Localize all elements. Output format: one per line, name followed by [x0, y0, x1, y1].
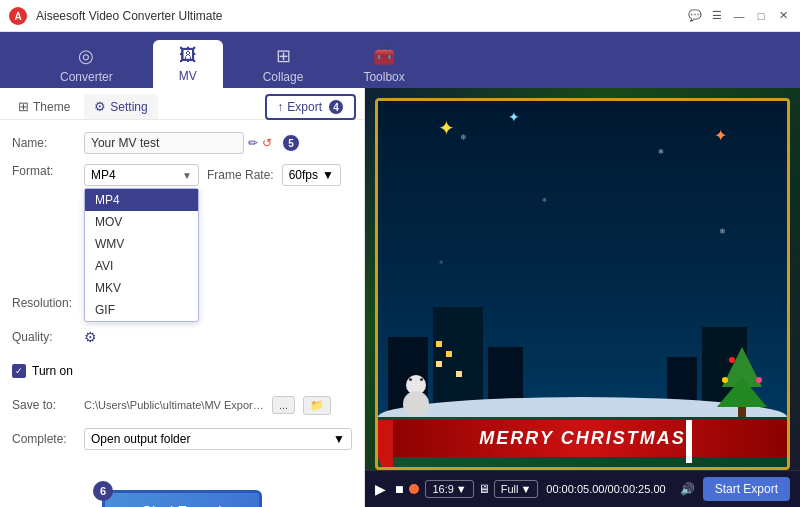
- turn-on-row: ✓ Turn on: [12, 358, 352, 384]
- format-option-mov[interactable]: MOV: [85, 211, 198, 233]
- snowflake-2: ❄: [542, 196, 547, 203]
- tab-toolbox[interactable]: 🧰 Toolbox: [343, 40, 424, 88]
- tree-trunk: [738, 407, 746, 417]
- preview-background: ✦ ✦ ✦ ❄ ❄ ❄ ❄: [365, 88, 800, 470]
- format-option-mkv[interactable]: MKV: [85, 277, 198, 299]
- start-export-left-button[interactable]: 6 Start Export: [102, 490, 262, 507]
- framerate-arrow-icon: ▼: [322, 168, 334, 182]
- minimize-button[interactable]: —: [730, 7, 748, 25]
- ratio-selector: 16:9 ▼ 🖥 Full ▼: [425, 480, 538, 498]
- title-bar: A Aiseesoft Video Converter Ultimate 💬 ☰…: [0, 0, 800, 32]
- app-title: Aiseesoft Video Converter Ultimate: [36, 9, 792, 23]
- tab-theme[interactable]: ⊞ Theme: [8, 94, 80, 119]
- save-to-row: Save to: C:\Users\Public\ultimate\MV Exp…: [12, 392, 352, 418]
- theme-icon: ⊞: [18, 99, 29, 114]
- video-preview: ✦ ✦ ✦ ❄ ❄ ❄ ❄: [365, 88, 800, 470]
- ornament-3: [756, 377, 762, 383]
- christmas-text: MERRY CHRISTMAS: [479, 428, 685, 448]
- maximize-button[interactable]: □: [752, 7, 770, 25]
- snowflake-1: ❄: [460, 133, 467, 142]
- name-row: Name: ✏ ↺ 5: [12, 130, 352, 156]
- resolution-label: Resolution:: [12, 296, 84, 310]
- turn-on-label: Turn on: [32, 364, 73, 378]
- aspect-ratio-dropdown[interactable]: 16:9 ▼: [425, 480, 473, 498]
- save-path-text: C:\Users\Public\ultimate\MV Exported: [84, 399, 264, 411]
- turn-on-checkbox-row: ✓ Turn on: [12, 364, 73, 378]
- message-icon[interactable]: 💬: [686, 7, 704, 25]
- menu-icon[interactable]: ☰: [708, 7, 726, 25]
- toolbox-icon: 🧰: [373, 45, 395, 67]
- time-display: 00:00:05.00/00:00:25.00: [546, 483, 665, 495]
- snowflake-4: ❄: [439, 259, 443, 265]
- window-3: [456, 371, 462, 377]
- window-2: [446, 351, 452, 357]
- check-icon: ✓: [15, 366, 23, 376]
- format-option-avi[interactable]: AVI: [85, 255, 198, 277]
- name-edit-icon[interactable]: ✏: [248, 136, 258, 150]
- complete-value: Open output folder: [91, 432, 190, 446]
- close-button[interactable]: ✕: [774, 7, 792, 25]
- format-dropdown-menu: MP4 MOV WMV AVI MKV GIF: [84, 188, 199, 322]
- turn-on-checkbox[interactable]: ✓: [12, 364, 26, 378]
- setting-icon: ⚙: [94, 99, 106, 114]
- name-input[interactable]: [84, 132, 244, 154]
- export-button[interactable]: ↑ Export 4: [265, 94, 356, 120]
- dropdown-arrow-icon: ▼: [182, 170, 192, 181]
- framerate-dropdown[interactable]: 60fps ▼: [282, 164, 341, 186]
- christmas-tree: [717, 347, 767, 417]
- name-badge: 5: [282, 134, 300, 152]
- format-dropdown[interactable]: MP4 ▼: [84, 164, 199, 186]
- tab-mv-label: MV: [179, 69, 197, 83]
- progress-bar[interactable]: [413, 488, 417, 491]
- quality-dropdown[interactable]: Full ▼: [494, 480, 539, 498]
- play-button[interactable]: ▶: [375, 481, 386, 497]
- stop-button[interactable]: ⏹: [394, 483, 405, 495]
- tab-setting-label: Setting: [110, 100, 147, 114]
- start-export-badge: 6: [93, 481, 113, 501]
- format-option-wmv[interactable]: WMV: [85, 233, 198, 255]
- format-row: Format: MP4 ▼ Frame Rate: 60fps ▼: [12, 164, 352, 190]
- quality-gear-icon[interactable]: ⚙: [84, 329, 97, 345]
- format-option-gif[interactable]: GIF: [85, 299, 198, 321]
- video-controls: ▶ ⏹ 16:9 ▼ 🖥 Full ▼ 00:00:05.00/00:00:25…: [365, 470, 800, 507]
- export-badge: 4: [328, 99, 344, 115]
- quality-row: Quality: ⚙: [12, 324, 352, 350]
- tab-setting[interactable]: ⚙ Setting: [84, 94, 157, 119]
- quality-value: ⚙: [84, 329, 352, 345]
- name-field: ✏ ↺ 5: [84, 132, 352, 154]
- format-framerate-row: MP4 ▼ Frame Rate: 60fps ▼: [84, 164, 352, 186]
- export-label: Export: [287, 100, 322, 114]
- complete-arrow-icon: ▼: [333, 432, 345, 446]
- left-panel: ⊞ Theme ⚙ Setting ↑ Export 4 Name: ✏: [0, 88, 365, 507]
- quality-arrow-icon: ▼: [520, 483, 531, 495]
- start-export-label: Start Export: [142, 503, 222, 507]
- nav-bar: ◎ Converter 🖼 MV ⊞ Collage 🧰 Toolbox: [0, 32, 800, 88]
- name-label: Name:: [12, 136, 84, 150]
- snowman: [403, 375, 429, 417]
- tab-converter[interactable]: ◎ Converter: [40, 40, 133, 88]
- complete-row: Complete: Open output folder ▼: [12, 426, 352, 452]
- mv-icon: 🖼: [179, 45, 197, 66]
- svg-text:A: A: [14, 11, 21, 22]
- fireworks-1: ✦: [438, 116, 455, 140]
- name-refresh-icon[interactable]: ↺: [262, 136, 272, 150]
- tab-converter-label: Converter: [60, 70, 113, 84]
- window-1: [436, 361, 442, 367]
- collage-icon: ⊞: [276, 45, 291, 67]
- quality-value: Full: [501, 483, 519, 495]
- tab-collage[interactable]: ⊞ Collage: [243, 40, 324, 88]
- path-dots-button[interactable]: ...: [272, 396, 295, 414]
- volume-icon[interactable]: 🔊: [680, 482, 695, 496]
- start-export-right-button[interactable]: Start Export: [703, 477, 790, 501]
- tab-mv[interactable]: 🖼 MV: [153, 40, 223, 88]
- snowman-body: [403, 391, 429, 417]
- format-option-mp4[interactable]: MP4: [85, 189, 198, 211]
- snowman-eye-1: [409, 378, 412, 381]
- fireworks-2: ✦: [714, 126, 727, 145]
- start-export-container: 6 Start Export: [0, 470, 364, 507]
- path-folder-button[interactable]: 📁: [303, 396, 331, 415]
- converter-icon: ◎: [78, 45, 94, 67]
- format-label: Format:: [12, 164, 84, 178]
- complete-dropdown[interactable]: Open output folder ▼: [84, 428, 352, 450]
- christmas-card: ✦ ✦ ✦ ❄ ❄ ❄ ❄: [375, 98, 790, 470]
